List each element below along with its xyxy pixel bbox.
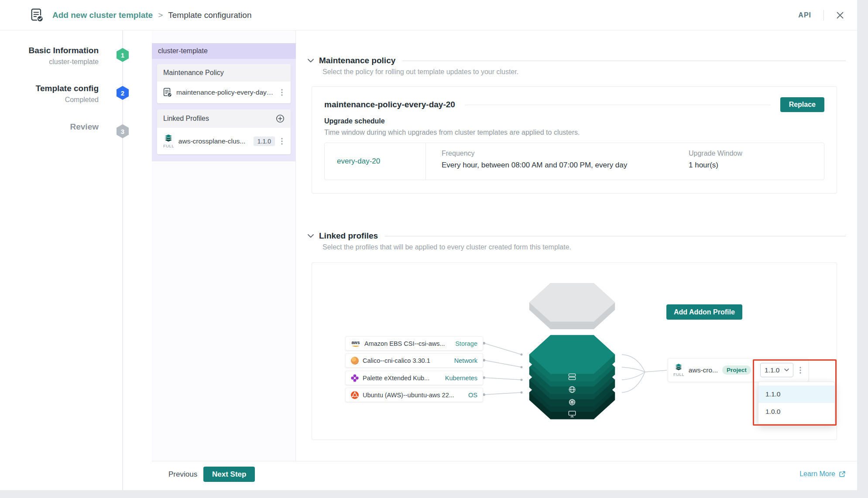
step-badge-1: 1 <box>117 48 129 62</box>
step-title: Basic Information <box>0 46 99 55</box>
upgrade-window-label: Upgrade Window <box>689 150 824 157</box>
tree-linked-profiles-card: Linked Profiles FULL <box>157 109 291 154</box>
version-select-value: 1.1.0 <box>765 366 779 374</box>
profile-layer-stack <box>504 283 640 421</box>
tree-root-label: cluster-template <box>158 47 208 55</box>
external-link-icon <box>839 471 846 478</box>
kebab-menu-icon[interactable] <box>798 366 803 375</box>
profile-layers-icon <box>164 134 173 143</box>
version-dropdown-menu: 1.1.0 1.0.0 <box>758 382 835 424</box>
addon-profile-card[interactable]: FULL aws-cro... Project 1.1.0 <box>668 358 809 382</box>
tree-maintenance-card: Maintenance Policy maintenance-policy-ev… <box>157 64 291 103</box>
schedule-window-cell: Upgrade Window 1 hour(s) <box>689 143 824 180</box>
next-step-button[interactable]: Next Step <box>203 467 255 482</box>
layer-name: Calico--cni-calico 3.30.1 <box>363 357 450 364</box>
addon-scope: FULL <box>673 363 684 377</box>
learn-more-link[interactable]: Learn More <box>799 470 846 478</box>
stepper-step-basic-information[interactable]: Basic Information cluster-template <box>0 46 99 66</box>
stepper-step-template-config[interactable]: Template config Completed <box>0 84 99 104</box>
template-document-icon <box>31 8 44 22</box>
calico-icon <box>351 357 359 365</box>
previous-button[interactable]: Previous <box>166 467 200 482</box>
schedule-frequency-cell: Frequency Every hour, between 08:00 AM a… <box>426 143 689 180</box>
step-subtitle: Completed <box>0 96 99 104</box>
layer-name: Palette eXtended Kub... <box>363 375 441 382</box>
tree-profile-item[interactable]: FULL aws-crossplane-clus... 1.1.0 <box>157 128 291 154</box>
maintenance-section-title: Maintenance policy <box>319 56 395 65</box>
schedule-name: every-day-20 <box>325 143 426 180</box>
step-badge-2: 2 <box>117 86 129 100</box>
profiles-section-header: Linked profiles <box>308 231 846 241</box>
cluster-template-tree: cluster-template Maintenance Policy main… <box>152 43 296 161</box>
add-profile-plus-icon[interactable] <box>276 114 285 123</box>
profiles-section-subtitle: Select the profiles that will be applied… <box>322 243 571 251</box>
breadcrumb-add-new-cluster-template[interactable]: Add new cluster template <box>52 10 153 20</box>
replace-button[interactable]: Replace <box>780 97 824 112</box>
close-icon[interactable] <box>836 11 844 19</box>
layer-type: Kubernetes <box>445 375 477 382</box>
step-number: 1 <box>121 51 124 59</box>
header-divider <box>823 10 824 20</box>
step-title: Review <box>0 122 99 132</box>
version-option-1-1-0[interactable]: 1.1.0 <box>758 385 834 403</box>
cluster-template-wizard: Add new cluster template > Template conf… <box>0 0 857 490</box>
maintenance-policy-name: maintenance-policy-every-day-20 <box>324 100 455 109</box>
frequency-label: Frequency <box>442 150 689 157</box>
step-badge-3: 3 <box>117 124 129 138</box>
layer-row-kubernetes[interactable]: Palette eXtended Kub... Kubernetes <box>345 371 483 385</box>
layer-name: Ubuntu (AWS)--ubuntu-aws 22... <box>363 392 464 399</box>
addon-profile-name: aws-cro... <box>689 366 718 374</box>
ubuntu-icon <box>351 391 359 399</box>
chevron-down-icon[interactable] <box>308 234 314 238</box>
breadcrumb-separator: > <box>158 10 163 20</box>
maintenance-section-header: Maintenance policy <box>308 56 846 65</box>
linked-profiles-card: aws Amazon EBS CSI--csi-aws... Storage C… <box>312 263 837 440</box>
kebab-menu-icon[interactable] <box>279 137 285 146</box>
aws-icon: aws <box>351 341 360 347</box>
schedule-details-box: every-day-20 Frequency Every hour, betwe… <box>324 143 824 180</box>
step-number: 3 <box>121 128 124 135</box>
version-option-1-0-0[interactable]: 1.0.0 <box>758 403 834 420</box>
learn-more-label: Learn More <box>799 470 835 478</box>
profile-layers-icon <box>674 363 683 371</box>
tree-profiles-title: Linked Profiles <box>163 115 209 123</box>
tree-profile-item-name: aws-crossplane-clus... <box>178 137 249 145</box>
step-number: 2 <box>121 89 124 97</box>
breadcrumb: Add new cluster template > Template conf… <box>52 10 251 20</box>
layer-row-network[interactable]: Calico--cni-calico 3.30.1 Network <box>345 353 483 368</box>
profile-scope: FULL <box>163 134 174 148</box>
tree-maintenance-item[interactable]: maintenance-policy-every-day-20 <box>157 82 291 103</box>
layer-name: Amazon EBS CSI--csi-aws... <box>364 340 451 347</box>
layer-row-os[interactable]: Ubuntu (AWS)--ubuntu-aws 22... OS <box>345 388 483 402</box>
tree-body: Maintenance Policy maintenance-policy-ev… <box>152 59 296 161</box>
chevron-down-icon[interactable] <box>308 59 314 63</box>
project-badge: Project <box>722 365 751 375</box>
maintenance-section-subtitle: Select the policy for rolling out templa… <box>322 68 518 76</box>
profile-scope-label: FULL <box>163 143 174 148</box>
addon-scope-label: FULL <box>673 372 684 377</box>
layer-type: Storage <box>455 340 477 347</box>
section-rule <box>385 236 846 236</box>
policy-document-icon <box>163 88 172 97</box>
tree-maintenance-title: Maintenance Policy <box>163 69 224 77</box>
tree-root-header: cluster-template <box>152 43 296 59</box>
chevron-down-icon <box>784 368 789 372</box>
add-addon-profile-button[interactable]: Add Addon Profile <box>666 304 742 320</box>
header: Add new cluster template > Template conf… <box>0 0 857 31</box>
breadcrumb-current-page: Template configuration <box>168 10 251 20</box>
card-rule <box>465 105 771 105</box>
stepper-step-review[interactable]: Review <box>0 122 99 132</box>
profiles-section-title: Linked profiles <box>319 231 378 241</box>
tree-maintenance-item-name: maintenance-policy-every-day-20 <box>176 89 275 96</box>
api-button[interactable]: API <box>798 11 811 19</box>
version-select[interactable]: 1.1.0 <box>760 363 793 377</box>
layer-row-storage[interactable]: aws Amazon EBS CSI--csi-aws... Storage <box>345 336 483 351</box>
kebab-menu-icon[interactable] <box>279 88 285 97</box>
layer-type: OS <box>468 392 477 399</box>
layer-type: Network <box>454 357 477 364</box>
frequency-value: Every hour, between 08:00 AM and 07:00 P… <box>442 161 689 170</box>
section-rule <box>402 61 846 61</box>
upgrade-schedule-title: Upgrade schedule <box>324 117 824 125</box>
footer-divider <box>152 461 857 461</box>
tree-profiles-header: Linked Profiles <box>157 109 291 128</box>
